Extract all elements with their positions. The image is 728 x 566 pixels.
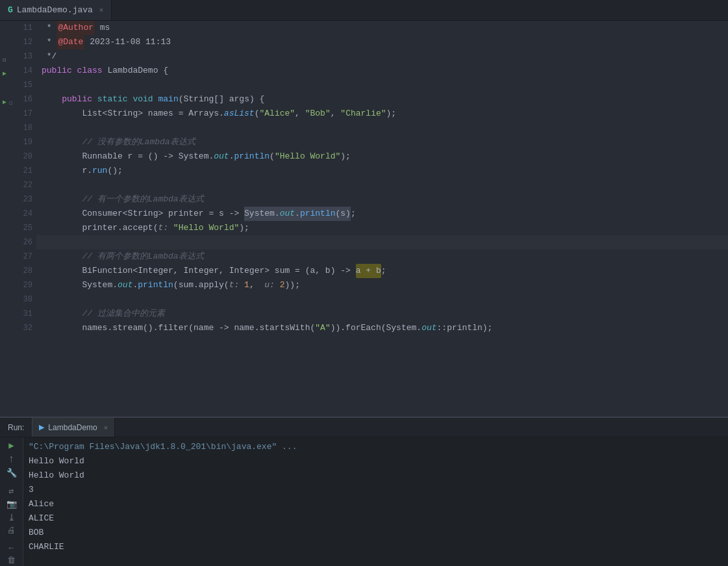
console-output-line-3: 3: [29, 483, 723, 497]
run-tab[interactable]: ▶ LambdaDemo ×: [32, 418, 115, 437]
run-tab-close[interactable]: ×: [104, 424, 108, 431]
code-line-16: public static void main(String[] args) {: [36, 92, 728, 107]
code-line-23: // 有一个参数的Lambda表达式: [36, 192, 728, 207]
run-label: Run:: [0, 423, 32, 432]
code-line-31: // 过滤集合中的元素: [36, 307, 728, 321]
code-line-20: Runnable r = () -> System.out.println("H…: [36, 149, 728, 164]
line-num-24: 24: [0, 207, 36, 221]
console-output: "C:\Program Files\Java\jdk1.8.0_201\bin\…: [23, 437, 728, 566]
code-line-29: System.out.println(sum.apply(t: 1, u: 2)…: [36, 278, 728, 292]
line-num-20: 20: [0, 149, 36, 164]
snapshot-button[interactable]: 📷: [3, 499, 21, 509]
panel-toolbar: ▶ ↑ 🔧 ⇄ 📷 ⤓ 🖨 ← 🗑: [0, 437, 23, 566]
code-line-12: * @Date 2023-11-08 11:13: [36, 35, 728, 49]
line-num-28: 28: [0, 264, 36, 278]
line-num-16: ▶◻16: [0, 92, 36, 107]
line-num-31: 31: [0, 307, 36, 321]
code-line-19: // 没有参数的Lambda表达式: [36, 135, 728, 149]
code-line-25: printer.accept(t: "Hello World");: [36, 221, 728, 235]
console-output-line-4: Alice: [29, 497, 723, 511]
code-line-14: public class LambdaDemo {: [36, 64, 728, 78]
scroll-up-button[interactable]: ↑: [3, 454, 21, 465]
line-num-14: ▶14: [0, 64, 36, 78]
code-line-17: List<String> names = Arrays.asList("Alic…: [36, 107, 728, 121]
line-num-19: 19: [0, 135, 36, 149]
java-file-icon: G: [8, 5, 13, 15]
line-num-15: 15: [0, 78, 36, 92]
run-tab-label: LambdaDemo: [48, 423, 97, 432]
line-num-26: 26: [0, 235, 36, 250]
soft-wrap-button[interactable]: ←: [3, 543, 21, 553]
line-num-32: 32: [0, 321, 36, 335]
run-button[interactable]: ▶: [3, 440, 21, 451]
clear-button[interactable]: 🗑: [3, 556, 21, 565]
console-command-line: "C:\Program Files\Java\jdk1.8.0_201\bin\…: [29, 440, 723, 454]
line-num-30: 30: [0, 292, 36, 307]
code-line-11: * @Author ms: [36, 21, 728, 35]
print-button[interactable]: 🖨: [3, 526, 21, 535]
console-output-line-1: Hello World: [29, 454, 723, 469]
console-output-line-7: CHARLIE: [29, 540, 723, 554]
code-content[interactable]: * @Author ms * @Date 2023-11-08 11:13 */…: [36, 21, 728, 417]
save-output-button[interactable]: ⤓: [3, 512, 21, 523]
console-output-line-5: ALICE: [29, 511, 723, 526]
line-num-18: 18: [0, 121, 36, 135]
line-num-21: 21: [0, 164, 36, 178]
wrench-button[interactable]: 🔧: [3, 468, 21, 478]
tab-close-button[interactable]: ×: [99, 6, 104, 14]
run-panel: Run: ▶ LambdaDemo × ▶ ↑ 🔧 ⇄ 📷 ⤓ 🖨 ← 🗑 "C…: [0, 417, 728, 566]
line-num-13: ⊟13: [0, 49, 36, 64]
editor-tab-bar: G LambdaDemo.java ×: [0, 0, 728, 21]
code-line-13: */: [36, 49, 728, 64]
file-tab[interactable]: G LambdaDemo.java ×: [0, 0, 112, 20]
code-line-30: [36, 292, 728, 307]
code-line-18: [36, 121, 728, 135]
code-line-28: BiFunction<Integer, Integer, Integer> su…: [36, 264, 728, 278]
code-line-21: r.run();: [36, 164, 728, 178]
line-num-11: 11: [0, 21, 36, 35]
line-num-23: 23: [0, 192, 36, 207]
code-line-27: // 有两个参数的Lambda表达式: [36, 250, 728, 264]
code-line-32: names.stream().filter(name -> name.start…: [36, 321, 728, 335]
line-num-17: 17: [0, 107, 36, 121]
tab-label: LambdaDemo.java: [17, 5, 93, 15]
run-tab-icon: ▶: [39, 423, 44, 431]
console-output-line-6: BOB: [29, 526, 723, 540]
console-output-line-2: Hello World: [29, 469, 723, 483]
line-num-22: 22: [0, 178, 36, 192]
code-line-22: [36, 178, 728, 192]
editor-area: 11 12 ⊟13 ▶14 15 ▶◻16 17 18 19 20 21 22 …: [0, 21, 728, 417]
code-line-15: [36, 78, 728, 92]
code-line-26: [36, 235, 728, 250]
gutter: 11 12 ⊟13 ▶14 15 ▶◻16 17 18 19 20 21 22 …: [0, 21, 36, 417]
panel-tab-bar: Run: ▶ LambdaDemo ×: [0, 418, 728, 437]
panel-body: ▶ ↑ 🔧 ⇄ 📷 ⤓ 🖨 ← 🗑 "C:\Program Files\Java…: [0, 437, 728, 566]
code-line-24: Consumer<String> printer = s -> System.o…: [36, 207, 728, 221]
rerun-button[interactable]: ⇄: [3, 486, 21, 496]
line-num-25: 25: [0, 221, 36, 235]
line-num-27: 27: [0, 250, 36, 264]
line-num-29: 29: [0, 278, 36, 292]
line-num-12: 12: [0, 35, 36, 49]
